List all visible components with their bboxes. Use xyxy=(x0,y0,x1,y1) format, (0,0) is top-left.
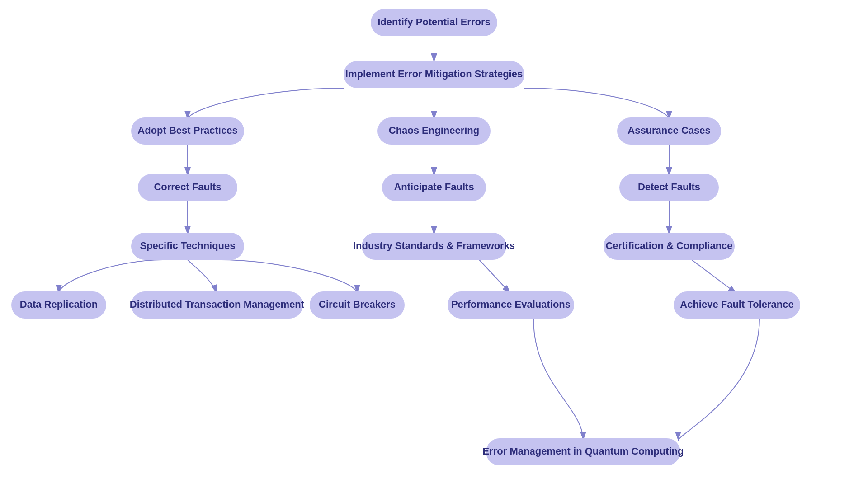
label-quantum: Error Management in Quantum Computing xyxy=(483,446,684,457)
label-identify: Identify Potential Errors xyxy=(377,16,490,28)
svg-line-10 xyxy=(692,260,737,294)
label-data-rep: Data Replication xyxy=(20,299,98,310)
label-dist-trans: Distributed Transaction Management xyxy=(130,299,305,310)
label-circuit: Circuit Breakers xyxy=(319,299,396,310)
label-specific: Specific Techniques xyxy=(140,240,235,251)
label-certification: Certification & Compliance xyxy=(605,240,732,251)
label-implement: Implement Error Mitigation Strategies xyxy=(345,68,523,80)
label-correct: Correct Faults xyxy=(154,181,221,192)
label-detect: Detect Faults xyxy=(638,181,700,192)
label-adopt: Adopt Best Practices xyxy=(137,125,237,136)
label-chaos: Chaos Engineering xyxy=(389,125,479,136)
diagram: Identify Potential Errors Implement Erro… xyxy=(0,0,868,488)
label-anticipate: Anticipate Faults xyxy=(394,181,474,192)
label-assurance: Assurance Cases xyxy=(627,125,710,136)
label-industry: Industry Standards & Frameworks xyxy=(353,240,515,251)
label-performance: Performance Evaluations xyxy=(451,299,571,310)
svg-line-9 xyxy=(479,260,511,294)
label-achieve: Achieve Fault Tolerance xyxy=(680,299,793,310)
